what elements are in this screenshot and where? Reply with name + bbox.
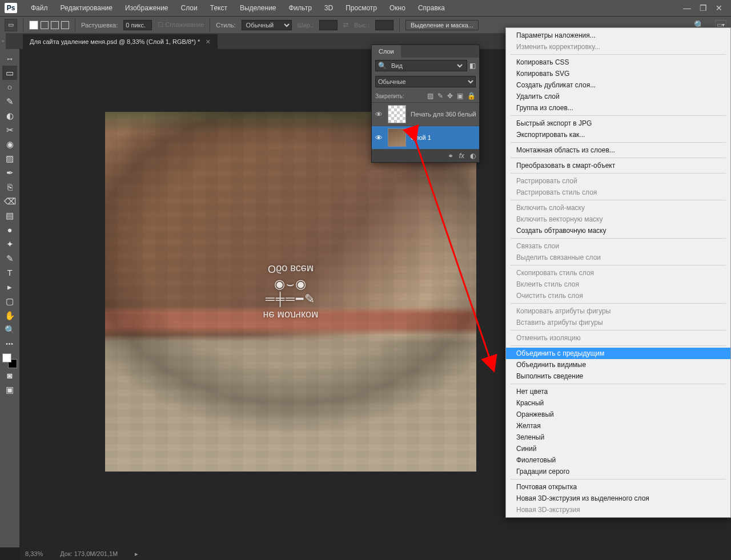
menu-3d[interactable]: 3D bbox=[319, 2, 339, 14]
ctx-item[interactable]: Параметры наложения... bbox=[506, 30, 730, 41]
menu-текст[interactable]: Текст bbox=[204, 2, 233, 14]
tool-7[interactable]: ▨ bbox=[2, 151, 17, 166]
color-swatches[interactable] bbox=[2, 353, 17, 368]
visibility-icon[interactable]: 👁 bbox=[375, 134, 383, 142]
tool-4[interactable]: ◐ bbox=[2, 108, 17, 123]
current-tool-icon[interactable]: ▭ bbox=[5, 19, 17, 31]
quick-mask-icon[interactable]: ◙ bbox=[2, 368, 17, 382]
document-canvas[interactable]: Обо всем ◉⌣◉═╪═━✎ не молчком bbox=[105, 112, 476, 472]
menu-слои[interactable]: Слои bbox=[175, 2, 203, 14]
tool-12[interactable]: ● bbox=[2, 223, 17, 237]
layer-fx-icon[interactable]: fx bbox=[459, 152, 464, 160]
lock-row: Закрепить: ▨ ✎ ✥ ▣ 🔒 bbox=[372, 90, 479, 103]
ctx-item: Растрировать слой bbox=[506, 175, 730, 187]
ctx-item[interactable]: Объединить видимые bbox=[506, 359, 730, 370]
lock-all-icon[interactable]: 🔒 bbox=[467, 92, 476, 100]
lock-artboard-icon[interactable]: ▣ bbox=[457, 92, 463, 100]
ctx-item[interactable]: Удалить слой bbox=[506, 91, 730, 102]
tool-16[interactable]: ▸ bbox=[2, 280, 17, 294]
ctx-item[interactable]: Группа из слоев... bbox=[506, 102, 730, 114]
menu-файл[interactable]: Файл bbox=[25, 2, 54, 14]
antialias-checkbox: ☐ Сглаживание bbox=[158, 21, 204, 29]
layer-filter[interactable]: 🔍Вид bbox=[375, 60, 467, 71]
ctx-item[interactable]: Копировать SVG bbox=[506, 68, 730, 79]
ctx-item[interactable]: Фиолетовый bbox=[506, 454, 730, 466]
close-button[interactable]: ✕ bbox=[712, 2, 726, 14]
tool-6[interactable]: ◉ bbox=[2, 137, 17, 151]
ctx-item[interactable]: Быстрый экспорт в JPG bbox=[506, 118, 730, 129]
status-arrow-icon[interactable]: ▸ bbox=[135, 550, 138, 558]
select-and-mask-button[interactable]: Выделение и маска... bbox=[405, 20, 479, 30]
lock-image-icon[interactable]: ✎ bbox=[437, 92, 443, 100]
ctx-item[interactable]: Объединить с предыдущим bbox=[506, 348, 730, 359]
layer-mask-icon[interactable]: ◐ bbox=[470, 152, 476, 160]
zoom-level[interactable]: 8,33% bbox=[25, 550, 43, 557]
layer-thumbnail[interactable] bbox=[388, 105, 406, 123]
filter-toggle-icon[interactable]: ◧ bbox=[469, 62, 476, 70]
blend-mode-select[interactable]: Обычные bbox=[375, 76, 476, 87]
ctx-item[interactable]: Нет цвета bbox=[506, 386, 730, 397]
intersect-selection-icon[interactable] bbox=[61, 21, 69, 29]
ctx-item[interactable]: Новая 3D-экструзия из выделенного слоя bbox=[506, 493, 730, 504]
tool-5[interactable]: ✂ bbox=[2, 123, 17, 137]
toolbar-expand-icon[interactable]: » bbox=[0, 33, 6, 49]
ctx-item[interactable]: Зеленый bbox=[506, 432, 730, 443]
ctx-item[interactable]: Экспортировать как... bbox=[506, 129, 730, 140]
ctx-item[interactable]: Градации серого bbox=[506, 466, 730, 477]
ctx-item[interactable]: Создать дубликат слоя... bbox=[506, 79, 730, 91]
tools-toolbar: ↔▭○✎◐✂◉▨✒⎘⌫▤●✦✎T▸▢✋🔍•••◙▣ bbox=[0, 49, 19, 547]
ctx-item[interactable]: Преобразовать в смарт-объект bbox=[506, 160, 730, 171]
layers-tab[interactable]: Слои bbox=[372, 45, 401, 58]
menu-выделение[interactable]: Выделение bbox=[234, 2, 282, 14]
titlebar: Ps ФайлРедактированиеИзображениеСлоиТекс… bbox=[0, 0, 731, 16]
ctx-item[interactable]: Синий bbox=[506, 443, 730, 454]
new-selection-icon[interactable] bbox=[29, 21, 38, 30]
feather-input[interactable] bbox=[123, 20, 152, 30]
more-tools-icon[interactable]: ••• bbox=[2, 337, 17, 351]
lock-position-icon[interactable]: ✥ bbox=[447, 92, 453, 100]
tool-8[interactable]: ✒ bbox=[2, 166, 17, 180]
lock-transparency-icon[interactable]: ▨ bbox=[427, 92, 433, 100]
layer-row[interactable]: 👁Слой 1 bbox=[372, 126, 479, 150]
layer-thumbnail[interactable] bbox=[388, 128, 406, 147]
tool-10[interactable]: ⌫ bbox=[2, 194, 17, 208]
tool-15[interactable]: T bbox=[2, 265, 17, 280]
add-selection-icon[interactable] bbox=[41, 21, 49, 29]
tool-2[interactable]: ○ bbox=[2, 80, 17, 94]
menu-просмотр[interactable]: Просмотр bbox=[340, 2, 383, 14]
tool-17[interactable]: ▢ bbox=[2, 294, 17, 308]
ctx-item[interactable]: Копировать CSS bbox=[506, 57, 730, 68]
tool-1[interactable]: ▭ bbox=[2, 66, 17, 80]
ctx-item[interactable]: Почтовая открытка bbox=[506, 481, 730, 493]
subtract-selection-icon[interactable] bbox=[51, 21, 59, 29]
screen-mode-icon[interactable]: ▣ bbox=[2, 382, 17, 397]
link-layers-icon[interactable]: ⚭ bbox=[448, 152, 453, 160]
tool-9[interactable]: ⎘ bbox=[2, 180, 17, 194]
tool-3[interactable]: ✎ bbox=[2, 94, 17, 108]
tool-11[interactable]: ▤ bbox=[2, 208, 17, 223]
ctx-item[interactable]: Оранжевый bbox=[506, 409, 730, 420]
tool-0[interactable]: ↔ bbox=[2, 51, 17, 66]
maximize-button[interactable]: ❐ bbox=[696, 2, 710, 14]
tool-19[interactable]: 🔍 bbox=[2, 323, 17, 337]
layer-name: Слой 1 bbox=[411, 134, 476, 141]
tool-18[interactable]: ✋ bbox=[2, 308, 17, 323]
menu-справка[interactable]: Справка bbox=[412, 2, 451, 14]
menu-редактирование[interactable]: Редактирование bbox=[55, 2, 118, 14]
menu-окно[interactable]: Окно bbox=[384, 2, 411, 14]
menu-фильтр[interactable]: Фильтр bbox=[283, 2, 318, 14]
document-tab[interactable]: Для сайта удаление меня.psd @ 8,33% (Сло… bbox=[23, 34, 218, 49]
style-select[interactable]: Обычный bbox=[242, 20, 292, 30]
visibility-icon[interactable]: 👁 bbox=[375, 110, 383, 119]
layer-row[interactable]: 👁Печать для 360 белый дл... bbox=[372, 103, 479, 126]
tool-13[interactable]: ✦ bbox=[2, 237, 17, 251]
minimize-button[interactable]: — bbox=[680, 2, 694, 14]
ctx-item[interactable]: Выполнить сведение bbox=[506, 370, 730, 382]
ctx-item[interactable]: Создать обтравочную маску bbox=[506, 225, 730, 236]
tool-14[interactable]: ✎ bbox=[2, 251, 17, 265]
menu-изображение[interactable]: Изображение bbox=[119, 2, 174, 14]
ctx-item[interactable]: Желтая bbox=[506, 420, 730, 432]
ctx-item[interactable]: Монтажная область из слоев... bbox=[506, 144, 730, 156]
ctx-item[interactable]: Красный bbox=[506, 397, 730, 409]
close-tab-icon[interactable]: × bbox=[206, 37, 210, 46]
